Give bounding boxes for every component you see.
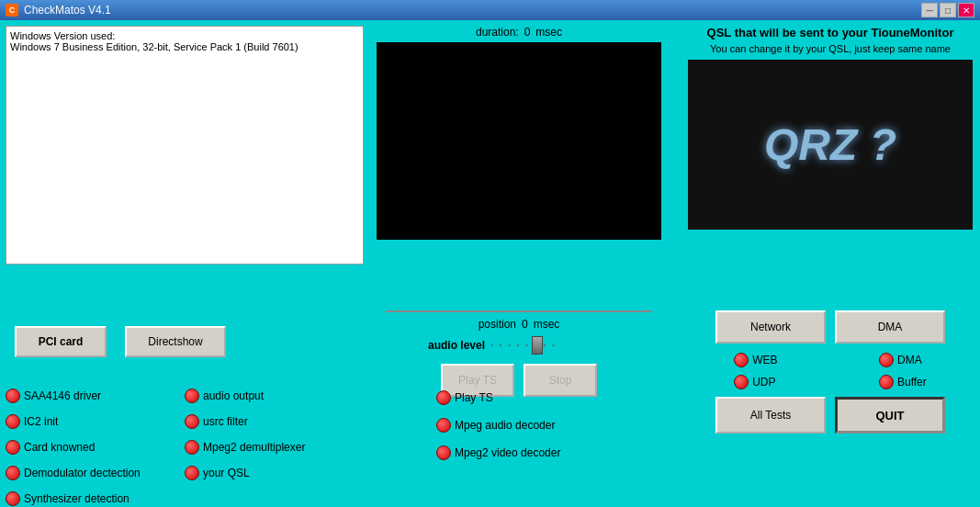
slider-dots: · · · · · · · · (490, 341, 557, 351)
synth-label: Synthesizer detection (24, 492, 130, 505)
title-bar-left: C CheckMatos V4.1 (6, 4, 111, 17)
audio-slider[interactable]: · · · · · · · · (490, 336, 610, 355)
left-panel-top: Windows Version used: Windows 7 Business… (6, 26, 364, 301)
card-label: Card knowned (24, 441, 95, 454)
network-panel: Network DMA WEB UDP DMA (674, 305, 980, 378)
qsl-subtitle: You can change it by your QSL, just keep… (710, 43, 951, 54)
log-box: Windows Version used: Windows 7 Business… (6, 26, 364, 265)
status-play-ts: Play TS (436, 390, 602, 405)
audio-level-row: audio level · · · · · · · · (428, 336, 610, 355)
progress-bar[interactable] (386, 310, 652, 312)
pci-card-button[interactable]: PCI card (15, 326, 107, 357)
qsl-status-label: your QSL (203, 467, 250, 479)
qsl-display: QRZ ? (764, 119, 896, 170)
saa4146-led (6, 389, 20, 403)
dma-led (879, 353, 894, 367)
action-panel: All Tests QUIT (674, 382, 980, 492)
net-dma-row: Network DMA (683, 310, 977, 344)
mpeg-audio-label: Mpeg audio decoder (455, 419, 555, 432)
status-audio-output: audio output (185, 389, 364, 403)
audio-output-led (185, 389, 199, 403)
status-mpeg2-demux: Mpeg2 demultiplexer (185, 440, 364, 455)
title-bar: C CheckMatos V4.1 ─ □ ✕ (0, 0, 980, 20)
left-status-panel: SAA4146 driver IC2 init Card knowned Dem… (6, 382, 364, 492)
demod-led (6, 466, 20, 480)
qsl-title: QSL that will be sent to your TiouneMoni… (707, 26, 954, 39)
log-line-1: Windows Version used: (10, 30, 359, 41)
slider-thumb[interactable] (532, 336, 543, 355)
duration-unit: msec (535, 26, 562, 39)
status-saa4146: SAA4146 driver (6, 389, 185, 403)
ic2-label: IC2 init (24, 415, 58, 428)
duration-label: duration: (476, 26, 519, 39)
web-led (734, 353, 749, 367)
usrc-led (185, 414, 199, 429)
duration-row: duration: 0 msec (476, 26, 562, 39)
demod-label: Demodulator dectection (24, 467, 141, 479)
status-col-2: audio output usrc filter Mpeg2 demultipl… (185, 386, 364, 507)
middle-status-panel: Play TS Mpeg audio decoder Mpeg2 video d… (367, 382, 670, 492)
position-label: position (479, 318, 516, 331)
position-unit: msec (534, 318, 560, 331)
synth-led (6, 491, 20, 506)
web-label: WEB (752, 354, 777, 366)
maximize-button[interactable]: □ (940, 3, 956, 17)
control-buttons-row: PCI card Directshow (6, 305, 364, 378)
mpeg2-demux-led (185, 440, 199, 455)
card-led (6, 440, 20, 455)
audio-level-label: audio level (428, 339, 485, 352)
position-value: 0 (522, 318, 528, 331)
title-bar-title: CheckMatos V4.1 (24, 4, 111, 17)
mpeg2-video-led (436, 445, 451, 460)
status-usrc: usrc filter (185, 414, 364, 429)
all-tests-button[interactable]: All Tests (715, 397, 826, 434)
directshow-button[interactable]: Directshow (125, 326, 226, 357)
qsl-panel: QSL that will be sent to your TiouneMoni… (674, 26, 980, 301)
position-row: position 0 msec (479, 318, 560, 331)
usrc-label: usrc filter (203, 415, 248, 428)
video-preview (377, 42, 661, 240)
quit-button[interactable]: QUIT (835, 397, 945, 434)
play-ts-led (436, 390, 451, 405)
play-ts-status-label: Play TS (455, 391, 493, 404)
app-icon: C (6, 4, 18, 17)
dma-button[interactable]: DMA (835, 310, 945, 344)
saa4146-label: SAA4146 driver (24, 389, 101, 402)
mpeg2-video-label: Mpeg2 video decoder (455, 446, 560, 459)
status-card: Card knowned (6, 440, 185, 455)
audio-output-label: audio output (203, 389, 264, 402)
status-col-1: SAA4146 driver IC2 init Card knowned Dem… (6, 386, 185, 507)
title-bar-controls: ─ □ ✕ (921, 3, 974, 17)
qsl-preview: QRZ ? (688, 60, 973, 230)
status-qsl: your QSL (185, 466, 364, 480)
qsl-led (185, 466, 199, 480)
status-mpeg2-video: Mpeg2 video decoder (436, 445, 602, 460)
duration-value: 0 (524, 26, 531, 39)
status-demod: Demodulator dectection (6, 466, 185, 480)
transport-panel: position 0 msec audio level · · · · · · … (367, 305, 670, 378)
minimize-button[interactable]: ─ (921, 3, 938, 17)
status-ic2: IC2 init (6, 414, 185, 429)
mpeg2-demux-label: Mpeg2 demultiplexer (203, 441, 305, 454)
action-buttons: All Tests QUIT (683, 397, 977, 434)
dma-label: DMA (897, 354, 922, 366)
mpeg-audio-led (436, 418, 451, 433)
log-line-2: Windows 7 Business Edition, 32-bit, Serv… (10, 41, 359, 52)
ic2-led (6, 414, 20, 429)
dma-indicator: DMA (879, 353, 927, 367)
status-mpeg-audio: Mpeg audio decoder (436, 418, 602, 433)
network-button[interactable]: Network (715, 310, 826, 344)
status-synth: Synthesizer detection (6, 491, 185, 506)
video-panel: duration: 0 msec (367, 26, 670, 301)
web-indicator: WEB (734, 353, 777, 367)
close-button[interactable]: ✕ (958, 3, 974, 17)
